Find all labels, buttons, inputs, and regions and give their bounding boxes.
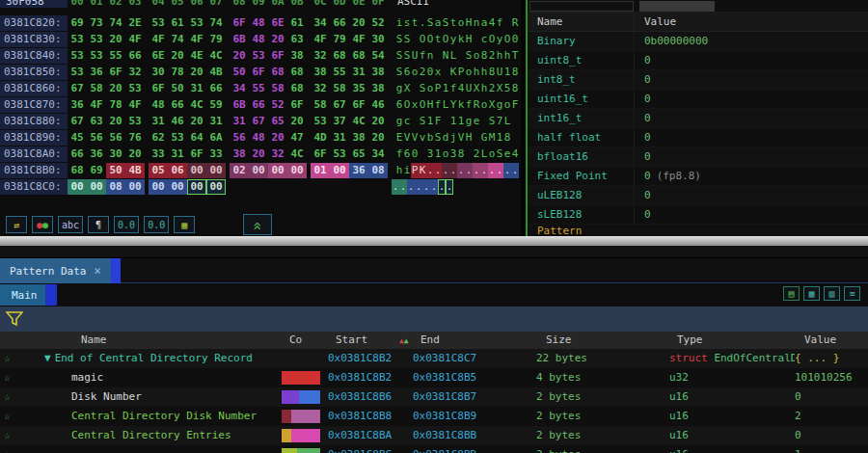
endianness-swap-icon[interactable]: ⇄ (6, 216, 27, 233)
col-header-value[interactable]: Value (804, 332, 836, 349)
ascii-char[interactable]: K (419, 163, 426, 178)
hex-byte[interactable]: 08 (368, 163, 388, 178)
ascii-char[interactable]: X (496, 81, 503, 96)
inspector-row[interactable]: int8_t0 (528, 70, 868, 90)
hex-byte[interactable]: 69 (87, 163, 106, 178)
ascii-char[interactable]: . (442, 163, 449, 178)
hex-byte[interactable]: 20 (368, 130, 388, 146)
favorite-star-icon[interactable]: ☆ (4, 407, 29, 426)
ascii-char[interactable]: h (473, 65, 480, 80)
hex-byte[interactable]: 00 (149, 179, 168, 195)
ascii-char[interactable]: 2 (488, 48, 496, 64)
ascii-char[interactable]: x (411, 97, 419, 113)
ascii-char[interactable]: n (473, 15, 480, 31)
row-color-cell[interactable] (282, 426, 328, 445)
ascii-char[interactable]: f (395, 147, 403, 162)
hex-byte[interactable]: 20 (106, 81, 125, 96)
hex-byte[interactable]: 66 (125, 48, 145, 64)
hex-byte[interactable]: 06 (168, 163, 187, 178)
hex-byte[interactable]: 00 (168, 179, 187, 195)
hex-byte[interactable]: 00 (68, 179, 87, 195)
hex-byte[interactable]: 76 (125, 130, 145, 146)
ascii-char[interactable]: b (426, 130, 434, 146)
ascii-char[interactable]: S (395, 32, 403, 47)
ascii-char[interactable]: U (496, 65, 503, 80)
ascii-char[interactable]: X (488, 97, 496, 113)
hex-byte[interactable]: 32 (268, 147, 287, 162)
hex-byte[interactable]: 34 (311, 15, 330, 31)
ascii-char[interactable]: . (419, 15, 426, 31)
ascii-char[interactable]: 0 (511, 32, 519, 47)
hex-byte[interactable]: 4C (187, 97, 206, 113)
ascii-char[interactable]: h (480, 65, 488, 80)
ascii-char[interactable]: f (419, 48, 426, 64)
hex-byte[interactable]: 00 (206, 163, 226, 178)
inspector-row-value[interactable]: 0b00000000 (634, 32, 868, 50)
hex-byte[interactable]: 4F (311, 32, 330, 47)
ascii-char[interactable]: . (422, 179, 430, 195)
hex-byte[interactable]: 63 (287, 32, 307, 47)
col-header-color[interactable]: Co (289, 332, 302, 349)
ascii-toggle-icon[interactable]: abc (58, 216, 83, 233)
pattern-filter-bar[interactable] (0, 306, 868, 332)
ascii-char[interactable]: S (465, 48, 473, 64)
ascii-char[interactable]: t (411, 15, 419, 31)
ascii-char[interactable]: . (473, 163, 480, 178)
inspector-row-value[interactable]: 0 (634, 186, 868, 204)
ascii-char[interactable]: L (503, 114, 511, 129)
hex-byte[interactable]: 00 (206, 179, 226, 195)
ascii-char[interactable]: V (403, 130, 411, 146)
ascii-char[interactable]: o (411, 65, 419, 80)
hex-byte[interactable]: 66 (330, 15, 349, 31)
hex-byte[interactable]: 20 (287, 114, 307, 129)
inspector-toolbar-button[interactable] (639, 1, 715, 12)
ascii-char[interactable]: . (503, 163, 511, 178)
ascii-char[interactable]: P (411, 163, 419, 178)
hex-byte[interactable]: 38 (368, 65, 388, 80)
row-color-cell[interactable] (282, 387, 328, 407)
hex-byte[interactable]: 46 (368, 97, 388, 113)
ascii-char[interactable]: a (434, 15, 442, 31)
hex-byte[interactable]: 4C (349, 114, 368, 129)
hex-byte[interactable]: 20 (125, 147, 145, 162)
ascii-char[interactable]: S (419, 81, 426, 96)
ascii-char[interactable]: f (449, 81, 457, 96)
collapse-panel-button[interactable]: « (243, 214, 272, 235)
table-row[interactable]: ☆magic0x0381C8B20x0381C8B54 bytesu321010… (0, 368, 868, 387)
horizontal-splitter[interactable] (0, 236, 868, 246)
hex-byte[interactable]: 20 (268, 130, 287, 146)
hex-byte[interactable]: 31 (230, 114, 249, 129)
ascii-char[interactable]: 6 (395, 97, 403, 113)
ascii-char[interactable]: S (395, 65, 403, 80)
hex-byte[interactable]: 53 (125, 81, 145, 96)
col-header-name[interactable]: Name (81, 332, 107, 349)
inspector-row-value[interactable]: 0 (634, 109, 868, 127)
table-row[interactable]: ☆Central Directory Disk Number0x0381C8B8… (0, 407, 868, 426)
hex-byte[interactable]: 4C (287, 147, 307, 162)
hex-byte[interactable]: 31 (187, 81, 206, 96)
hex-byte[interactable]: 4F (187, 32, 206, 47)
hex-byte[interactable]: 00 (330, 163, 349, 178)
ascii-char[interactable]: k (457, 97, 465, 113)
hex-byte[interactable]: 01 (311, 163, 330, 178)
ascii-char[interactable]: 4 (511, 147, 519, 162)
hex-byte[interactable]: 00 (287, 163, 307, 178)
hex-byte[interactable]: 65 (349, 147, 368, 162)
ascii-char[interactable]: . (399, 179, 407, 195)
col-header-start[interactable]: Start (336, 332, 367, 349)
inspector-row[interactable]: bfloat160 (528, 147, 868, 167)
hex-byte[interactable]: 53 (68, 65, 87, 80)
ascii-char[interactable]: F (511, 97, 519, 113)
hex-byte[interactable]: 6E (268, 15, 287, 31)
ascii-char[interactable]: . (480, 163, 488, 178)
hex-byte[interactable]: 4E (187, 48, 206, 64)
grid-view-icon[interactable]: ▤ (783, 286, 800, 301)
ascii-char[interactable]: . (430, 179, 438, 195)
ascii-char[interactable]: 1 (426, 114, 434, 129)
hex-byte[interactable]: 74 (168, 32, 187, 47)
ascii-char[interactable]: S (403, 32, 411, 47)
hex-byte[interactable]: 66 (249, 97, 268, 113)
ascii-char[interactable]: 0 (426, 65, 434, 80)
ascii-char[interactable]: e (503, 147, 511, 162)
hex-byte[interactable]: 53 (187, 15, 206, 31)
